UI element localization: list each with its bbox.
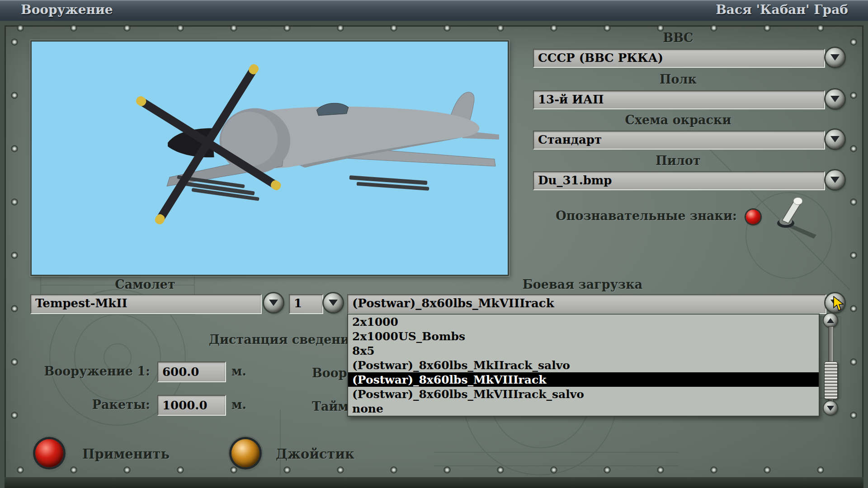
armament-screen: Вооружение Вася 'Кабан' Граб	[0, 0, 868, 488]
timer-label-partial: Тайм	[312, 399, 349, 413]
loadout-options-list: 2x1000 2x1000US_Bombs 8x5 (Postwar)_8x60…	[347, 314, 820, 417]
chevron-down-icon	[830, 136, 840, 142]
chevron-down-icon	[830, 177, 840, 183]
loadout-option-selected[interactable]: (Postwar)_8x60lbs_MkVIIIrack	[348, 372, 819, 387]
regiment-dropdown[interactable]: 13-й ИАП	[533, 90, 825, 109]
markings-toggle-switch[interactable]	[763, 195, 826, 240]
loadout-option[interactable]: 2x1000	[348, 314, 819, 329]
regiment-value: 13-й ИАП	[534, 91, 824, 106]
weapon1-convergence-field	[157, 361, 226, 382]
aircraft-count-field[interactable]: 1	[289, 294, 323, 314]
rockets-convergence-input[interactable]	[158, 396, 225, 415]
apply-button[interactable]	[35, 439, 63, 467]
bottom-edge-strip	[5, 477, 863, 488]
aircraft-dropdown-button[interactable]	[264, 293, 283, 312]
loadout-option[interactable]: (Postwar)_8x60lbs_MkIIrack_salvo	[348, 358, 819, 372]
page-title: Вооружение	[21, 0, 113, 20]
airforce-label: ВВС	[533, 31, 823, 45]
loadout-dropdown[interactable]: (Postwar)_8x60lbs_MkVIIIrack	[347, 294, 826, 314]
loadout-option[interactable]: none	[348, 401, 819, 416]
joystick-button-label[interactable]: Джойстик	[276, 446, 354, 462]
pilot-skin-value: Du_31.bmp	[534, 172, 824, 187]
chevron-down-icon	[830, 300, 840, 306]
rockets-convergence-field	[157, 395, 226, 416]
scroll-down-button[interactable]	[824, 401, 837, 415]
airforce-value: СССР (ВВС РККА)	[534, 50, 824, 65]
chevron-down-icon	[830, 54, 840, 61]
loadout-list-scrollbar	[823, 314, 838, 415]
markings-indicator-lamp-icon	[746, 210, 760, 224]
player-name: Вася 'Кабан' Граб	[716, 0, 848, 20]
chevron-down-icon	[329, 300, 338, 306]
loadout-value: (Postwar)_8x60lbs_MkVIIIrack	[348, 295, 826, 310]
airforce-dropdown[interactable]: СССР (ВВС РККА)	[533, 49, 825, 68]
chevron-up-icon	[827, 318, 834, 323]
chevron-down-icon	[827, 406, 834, 411]
loadout-dropdown-button[interactable]	[826, 293, 844, 312]
paint-scheme-label: Схема окраски	[533, 113, 823, 127]
aircraft-preview	[30, 40, 509, 276]
scroll-up-button[interactable]	[824, 314, 837, 327]
markings-label: Опознавательные знаки:	[493, 209, 737, 223]
pilot-skin-label: Пилот	[533, 154, 823, 168]
paint-scheme-dropdown-button[interactable]	[826, 130, 844, 149]
pilot-skin-dropdown[interactable]: Du_31.bmp	[533, 171, 825, 190]
rockets-label: Ракеты:	[27, 398, 150, 412]
chevron-down-icon	[269, 300, 278, 306]
weapon1-label: Вооружение 1:	[27, 364, 150, 378]
loadout-option[interactable]: 2x1000US_Bombs	[348, 329, 819, 343]
chevron-down-icon	[830, 96, 840, 102]
scrollbar-handle[interactable]	[824, 361, 838, 399]
paint-scheme-dropdown[interactable]: Стандарт	[533, 131, 825, 150]
pilot-skin-dropdown-button[interactable]	[826, 170, 844, 189]
loadout-section-label: Боевая загрузка	[347, 277, 818, 291]
loadout-option[interactable]: 8x5	[348, 343, 819, 358]
convergence-title: Дистанция сведения	[209, 333, 359, 347]
aircraft-value: Tempest-MkII	[31, 295, 261, 310]
regiment-label: Полк	[533, 72, 823, 86]
rockets-unit: м.	[231, 398, 246, 412]
loadout-option[interactable]: (Postwar)_8x60lbs_MkVIIIrack_salvo	[348, 387, 819, 401]
joystick-button[interactable]	[231, 439, 259, 467]
weapon1-unit: м.	[231, 364, 246, 378]
header-bar: Вооружение Вася 'Кабан' Граб	[0, 0, 868, 22]
aircraft-section-label: Самолет	[30, 277, 260, 291]
paint-scheme-value: Стандарт	[534, 131, 824, 146]
aircraft-count-value: 1	[290, 295, 322, 310]
aircraft-dropdown[interactable]: Tempest-MkII	[30, 294, 262, 314]
regiment-dropdown-button[interactable]	[826, 89, 844, 108]
airforce-dropdown-button[interactable]	[826, 48, 844, 67]
weapon1-convergence-input[interactable]	[158, 362, 225, 381]
apply-button-label[interactable]: Применить	[82, 446, 170, 462]
aircraft-render	[32, 42, 508, 275]
aircraft-count-dropdown-button[interactable]	[324, 293, 343, 312]
